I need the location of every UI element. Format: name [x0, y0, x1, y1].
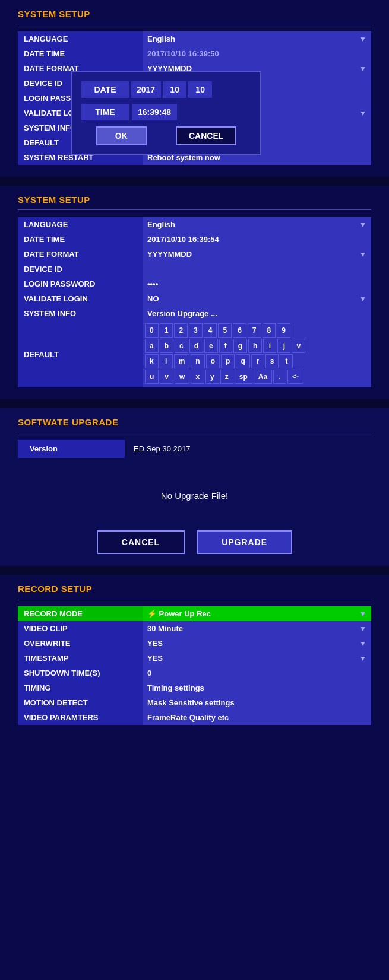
key-0[interactable]: 0: [145, 323, 159, 338]
key-6[interactable]: 6: [233, 323, 246, 338]
key-v3[interactable]: v: [160, 370, 173, 384]
table-row[interactable]: VIDEO PARAMTERS FrameRate Quality etc: [18, 710, 371, 725]
table-row[interactable]: LANGUAGE English ▼: [18, 31, 371, 46]
cancel-button[interactable]: CANCEL: [176, 126, 236, 145]
table-row[interactable]: VIDEO CLIP 30 Minute ▼: [18, 621, 371, 636]
key-backspace[interactable]: <-: [287, 370, 303, 384]
section4-title: RECORD SETUP: [18, 584, 371, 594]
key-h[interactable]: h: [248, 339, 262, 353]
key-z[interactable]: z: [220, 370, 233, 384]
row-value[interactable]: ⚡ Power Up Rec ▼: [143, 606, 371, 621]
key-7[interactable]: 7: [248, 323, 261, 338]
row-label: DATE TIME: [18, 46, 143, 61]
key-8[interactable]: 8: [263, 323, 276, 338]
row-value[interactable]: English ▼: [143, 31, 371, 46]
key-k[interactable]: k: [145, 354, 159, 368]
key-t[interactable]: t: [280, 354, 293, 368]
table-row[interactable]: MOTION DETECT Mask Sensitive settings: [18, 695, 371, 710]
key-4[interactable]: 4: [204, 323, 217, 338]
table-row[interactable]: TIMESTAMP YES ▼: [18, 651, 371, 666]
table-row[interactable]: TIMING Timing settings: [18, 680, 371, 695]
key-q[interactable]: q: [236, 354, 249, 368]
ok-button[interactable]: OK: [96, 126, 147, 145]
day-value[interactable]: 10: [188, 81, 212, 98]
section2-title: SYSTEM SETUP: [18, 195, 371, 205]
table-row[interactable]: LOGIN PASSWORD ••••: [18, 276, 371, 291]
key-d[interactable]: d: [189, 339, 203, 353]
key-w[interactable]: w: [175, 370, 189, 384]
dropdown-arrow-icon: ▼: [359, 35, 366, 43]
key-e[interactable]: e: [204, 339, 218, 353]
key-space[interactable]: sp: [235, 370, 252, 384]
row-value[interactable]: YES ▼: [143, 651, 371, 666]
upgrade-buttons: CANCEL UPGRADE: [18, 530, 371, 554]
row-label: MOTION DETECT: [18, 695, 143, 710]
row-value: FrameRate Quality etc: [143, 710, 371, 725]
upgrade-button[interactable]: UPGRADE: [197, 530, 292, 554]
month-value[interactable]: 10: [163, 81, 186, 98]
dropdown-arrow-icon: ▼: [359, 65, 366, 73]
key-i[interactable]: i: [263, 339, 276, 353]
key-o[interactable]: o: [206, 354, 220, 368]
key-p[interactable]: p: [221, 354, 235, 368]
table-row[interactable]: RECORD MODE ⚡ Power Up Rec ▼: [18, 606, 371, 621]
time-value[interactable]: 16:39:48: [132, 104, 177, 120]
key-f[interactable]: f: [219, 339, 232, 353]
time-label: TIME: [81, 104, 129, 120]
table-row[interactable]: DATE FORMAT YYYYMMDD ▼: [18, 247, 371, 262]
dropdown-arrow-icon: ▼: [359, 610, 366, 618]
keyboard-row3: k l m n o p q r s t: [145, 354, 369, 368]
modal-buttons: OK CANCEL: [81, 126, 251, 145]
table-row[interactable]: OVERWRITE YES ▼: [18, 636, 371, 651]
section2: SYSTEM SETUP LANGUAGE English ▼ DATE TIM…: [0, 186, 389, 399]
key-g[interactable]: g: [233, 339, 247, 353]
row-value[interactable]: English ▼: [143, 217, 371, 232]
row-value[interactable]: YES ▼: [143, 636, 371, 651]
table-row[interactable]: DATE TIME 2017/10/10 16:39:54: [18, 232, 371, 247]
key-y[interactable]: y: [205, 370, 219, 384]
key-n[interactable]: n: [191, 354, 204, 368]
key-1[interactable]: 1: [160, 323, 173, 338]
key-v2[interactable]: v: [292, 339, 305, 353]
section3: SOFTWATE UPGRADE Version ED Sep 30 2017 …: [0, 408, 389, 566]
year-value[interactable]: 2017: [131, 81, 161, 98]
key-c[interactable]: c: [175, 339, 188, 353]
row-label: VIDEO CLIP: [18, 621, 143, 636]
key-3[interactable]: 3: [189, 323, 203, 338]
section2-table: LANGUAGE English ▼ DATE TIME 2017/10/10 …: [18, 217, 371, 387]
key-caps[interactable]: Aa: [254, 370, 272, 384]
cancel-button[interactable]: CANCEL: [97, 530, 185, 554]
row-value[interactable]: 30 Minute ▼: [143, 621, 371, 636]
key-m[interactable]: m: [174, 354, 190, 368]
row-label: LOGIN PASSWORD: [18, 276, 143, 291]
key-dot[interactable]: .: [273, 370, 286, 384]
gap3: [0, 566, 389, 575]
row-value: ••••: [143, 276, 371, 291]
row-value: 2017/10/10 16:39:54: [143, 232, 371, 247]
table-row[interactable]: DATE TIME 2017/10/10 16:39:50: [18, 46, 371, 61]
table-row[interactable]: DEVICE ID: [18, 262, 371, 276]
keyboard-row2: a b c d e f g h i j v: [145, 339, 369, 353]
key-a[interactable]: a: [145, 339, 159, 353]
version-row: Version ED Sep 30 2017: [18, 440, 371, 458]
key-s[interactable]: s: [265, 354, 279, 368]
table-row[interactable]: LANGUAGE English ▼: [18, 217, 371, 232]
table-row[interactable]: SYSTEM INFO Version Upgrage ...: [18, 306, 371, 321]
dropdown-arrow-icon: ▼: [359, 221, 366, 229]
key-u[interactable]: u: [145, 370, 159, 384]
key-l[interactable]: l: [160, 354, 173, 368]
row-value[interactable]: YYYYMMDD ▼: [143, 247, 371, 262]
key-9[interactable]: 9: [277, 323, 290, 338]
row-value[interactable]: NO ▼: [143, 291, 371, 306]
row-label: RECORD MODE: [18, 606, 143, 621]
key-x[interactable]: x: [191, 370, 204, 384]
keyboard-cell: 0 1 2 3 4 5 6 7 8 9 a b c d e: [143, 321, 371, 387]
table-row[interactable]: VALIDATE LOGIN NO ▼: [18, 291, 371, 306]
key-r[interactable]: r: [251, 354, 264, 368]
key-2[interactable]: 2: [174, 323, 188, 338]
key-b[interactable]: b: [160, 339, 173, 353]
key-j[interactable]: j: [277, 339, 290, 353]
table-row[interactable]: SHUTDOWN TIME(S) 0: [18, 666, 371, 680]
key-5[interactable]: 5: [218, 323, 232, 338]
no-file-message: No Upgrade File!: [18, 467, 371, 530]
